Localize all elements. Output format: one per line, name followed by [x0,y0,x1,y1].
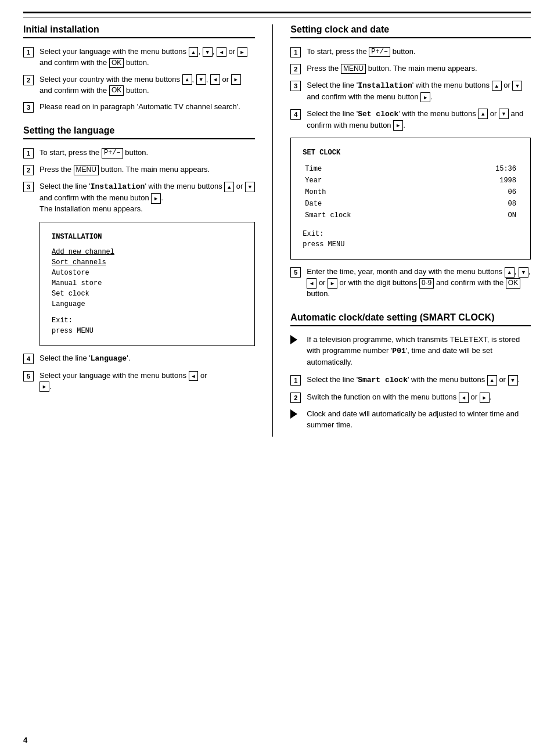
arrow-right-btn [238,47,247,57]
arrow-down-btn [245,182,255,192]
step-item: 5 Enter the time, year, month and day wi… [290,267,531,300]
table-row: Month 06 [304,187,517,197]
step-text: Select the line 'Smart clock' with the m… [307,375,531,386]
arrow-left-btn [459,393,469,403]
step-text: Switch the function on with the menu but… [307,392,531,403]
step-item: 2 Select your country with the menu butt… [23,74,255,96]
arrow-down-btn [512,81,522,91]
p-plus-minus-btn: P+/– [369,47,390,57]
step-text: Select the line 'Set clock' with the men… [307,109,531,131]
installation-code: Installation [91,182,145,191]
setting-clock-title: Setting clock and date [290,24,531,35]
initial-installation-title: Initial installation [23,24,255,35]
menu-item: Manual store [52,278,243,289]
step-item: 2 Press the MENU button. The main menu a… [290,63,531,74]
step-number: 1 [23,47,34,57]
section-divider [290,37,531,38]
two-column-layout: Initial installation 1 Select your langu… [23,24,531,437]
screen-title: SET CLOCK [303,147,519,158]
arrow-right-btn [328,278,337,289]
right-column: Setting clock and date 1 To start, press… [273,24,531,437]
screen-title: INSTALLATION [52,232,243,242]
clock-value: 15:36 [448,164,517,174]
installation-code: Installation [358,81,412,90]
left-column: Initial installation 1 Select your langu… [23,24,273,437]
clock-steps-cont: 5 Enter the time, year, month and day wi… [290,267,531,300]
digit-btn: 0-9 [419,278,434,289]
ok-btn: OK [506,278,520,289]
arrow-right-btn [151,193,161,204]
menu-item: Set clock [52,289,243,299]
arrow-right-btn [480,393,490,403]
language-code: Language [91,354,127,363]
arrow-right-btn [231,74,241,85]
clock-value: 08 [448,199,517,209]
arrow-right-btn [420,92,430,103]
step-number: 2 [23,165,34,175]
step-number: 3 [23,102,34,113]
page: Initial installation 1 Select your langu… [0,0,554,756]
menu-item: Autostore [52,268,243,278]
set-clock-code: Set clock [358,110,398,118]
step-item: 4 Select the line 'Set clock' with the m… [290,109,531,131]
section-divider [290,325,531,326]
section2-divider [23,138,255,139]
auto-clock-steps: 1 Select the line 'Smart clock' with the… [290,375,531,403]
menu-btn: MENU [74,165,99,175]
step-text: Select your language with the menu butto… [39,370,255,393]
step-text: Select your country with the menu button… [39,74,255,96]
step-text: Select the line 'Installation' with the … [307,80,531,103]
arrow-left-btn [210,74,220,85]
arrow-down-btn [196,74,206,85]
table-row: Year 1998 [304,175,517,186]
setting-language-steps: 1 To start, press the P+/– button. 2 Pre… [23,147,255,215]
clock-label: Year [304,175,447,186]
page-number: 4 [23,736,27,744]
step-text: Select the line 'Language'. [39,353,255,365]
step-text: Select your language with the menu butto… [39,46,255,69]
smart-clock-code: Smart clock [358,376,408,384]
step-item: 1 To start, press the P+/– button. [290,46,531,57]
step-text: To start, press the P+/– button. [39,147,255,159]
step-number: 1 [290,47,301,57]
arrow-left-btn [217,47,226,57]
note-text: Clock and date will automatically be adj… [307,409,531,431]
thin-border [23,17,531,17]
step-text: To start, press the P+/– button. [307,46,531,57]
step-number: 4 [290,109,301,120]
note-item: Clock and date will automatically be adj… [290,409,531,431]
step-item: 3 Select the line 'Installation' with th… [290,80,531,103]
setting-language-title: Setting the language [23,125,255,136]
arrow-right-btn [39,381,49,392]
menu-item: Language [52,299,243,309]
step-item: 1 Select the line 'Smart clock' with the… [290,375,531,386]
step-number: 2 [290,64,301,74]
step-item: 1 Select your language with the menu but… [23,46,255,69]
arrow-up-btn [492,81,502,91]
table-row: Smart clock ON [304,210,517,221]
installation-screen: INSTALLATION Add new channel Sort channe… [39,222,255,346]
menu-btn: MENU [341,64,366,74]
clock-label: Date [304,199,447,209]
setting-language-steps-cont: 4 Select the line 'Language'. 5 Select y… [23,353,255,393]
clock-value: ON [448,210,517,221]
arrow-up-btn [189,47,199,57]
step-number: 1 [290,375,301,386]
step-number: 3 [23,182,34,192]
step-item: 4 Select the line 'Language'. [23,353,255,365]
step-item: 2 Press the MENU button. The main menu a… [23,164,255,175]
set-clock-screen: SET CLOCK Time 15:36 Year 1998 Month 06 [290,138,531,260]
arrow-left-btn [189,371,199,381]
table-row: Time 15:36 [304,164,517,174]
menu-item: Add new channel [52,247,243,257]
arrow-right-btn [393,120,403,131]
menu-item: Sort channels [52,257,243,268]
exit-text: Exit:press MENU [303,229,519,250]
step-item: 3 Please read on in paragraph 'Automatic… [23,102,255,113]
step-number: 5 [290,267,301,278]
arrow-left-btn [307,278,316,289]
clock-steps: 1 To start, press the P+/– button. 2 Pre… [290,46,531,131]
exit-text: Exit:press MENU [52,315,243,336]
step-text: Please read on in paragraph 'Automatic T… [39,102,255,113]
step-number: 3 [290,81,301,91]
